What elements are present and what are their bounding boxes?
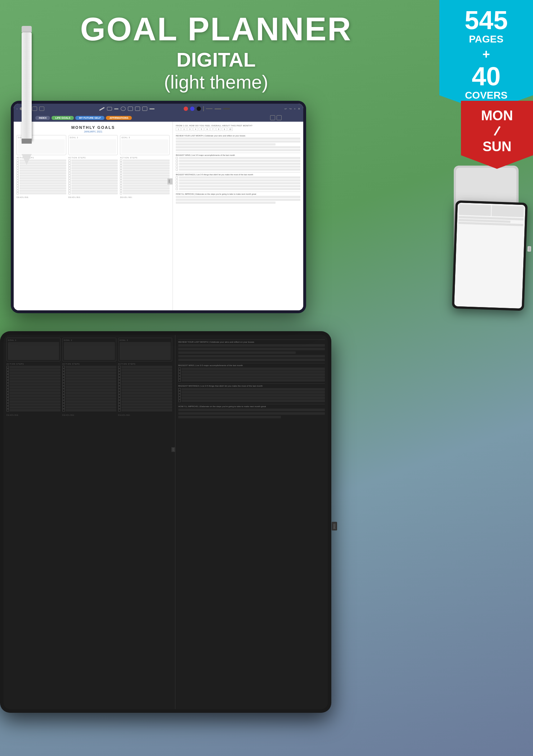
checkbox[interactable]	[68, 180, 71, 182]
dark-checkbox[interactable]	[6, 383, 9, 386]
feel-num-9[interactable]: 9	[222, 127, 227, 131]
dark-checkbox[interactable]	[6, 406, 9, 409]
feel-num-7[interactable]: 7	[210, 127, 215, 131]
checkbox[interactable]	[120, 192, 122, 194]
feel-num-3[interactable]: 3	[187, 127, 192, 131]
checkbox[interactable]	[120, 172, 122, 174]
checkbox[interactable]	[120, 167, 122, 169]
checkbox[interactable]	[120, 165, 122, 167]
dark-checkbox[interactable]	[6, 369, 9, 371]
dark-checkbox[interactable]	[6, 374, 9, 377]
image-tool-icon[interactable]	[135, 107, 140, 111]
checkbox[interactable]	[68, 177, 71, 179]
dark-checkbox[interactable]	[62, 409, 65, 411]
checkbox[interactable]	[68, 162, 71, 164]
checkbox[interactable]	[120, 190, 122, 192]
color-black-button[interactable]	[197, 107, 201, 111]
dark-checkbox[interactable]	[118, 406, 121, 409]
win-checkbox-2[interactable]	[176, 160, 178, 162]
checkbox[interactable]	[120, 159, 122, 162]
checkbox[interactable]	[17, 180, 19, 182]
checkbox[interactable]	[17, 185, 19, 187]
checkbox[interactable]	[17, 167, 19, 169]
line-thin-option[interactable]	[206, 108, 212, 109]
checkbox[interactable]	[68, 187, 71, 189]
color-red-button[interactable]	[184, 107, 188, 111]
tab-index[interactable]: INDEX	[35, 116, 50, 120]
dark-checkbox[interactable]	[62, 397, 65, 400]
dark-checkbox[interactable]	[6, 377, 9, 380]
dark-checkbox[interactable]	[62, 392, 65, 394]
shape-tool-icon[interactable]	[121, 107, 126, 111]
dark-checkbox[interactable]	[62, 389, 65, 391]
dark-checkbox[interactable]	[62, 403, 65, 406]
dark-checkbox[interactable]	[118, 383, 121, 386]
checkbox[interactable]	[120, 177, 122, 179]
dark-checkbox[interactable]	[118, 395, 121, 397]
dark-checkbox[interactable]	[62, 383, 65, 386]
dark-checkbox[interactable]	[118, 389, 121, 391]
win-checkbox-5[interactable]	[176, 168, 178, 171]
dark-checkbox[interactable]	[6, 397, 9, 400]
dark-checkbox[interactable]	[118, 400, 121, 403]
eraser-tool-icon[interactable]	[107, 107, 112, 111]
dark-checkbox[interactable]	[118, 397, 121, 400]
checkbox[interactable]	[120, 180, 122, 182]
checkbox[interactable]	[68, 175, 71, 177]
dark-checkbox[interactable]	[118, 392, 121, 394]
tab-life-goals[interactable]: LIFE GOALS	[51, 116, 74, 120]
view-icon[interactable]	[270, 115, 275, 120]
text-tool-icon[interactable]	[128, 107, 133, 111]
dark-checkbox[interactable]	[62, 386, 65, 388]
dark-checkbox[interactable]	[6, 400, 9, 403]
dark-checkbox[interactable]	[62, 374, 65, 377]
checkbox[interactable]	[17, 182, 19, 184]
dark-win-checkbox-5[interactable]	[178, 379, 181, 382]
dark-checkbox[interactable]	[118, 403, 121, 406]
dark-checkbox[interactable]	[6, 380, 9, 383]
dark-checkbox[interactable]	[118, 409, 121, 411]
feel-num-4[interactable]: 4	[193, 127, 198, 131]
feel-num-1[interactable]: 1	[176, 127, 181, 131]
dark-checkbox[interactable]	[118, 374, 121, 377]
dark-checkbox[interactable]	[6, 366, 9, 368]
dark-mistake-checkbox-3[interactable]	[178, 394, 181, 396]
feel-num-6[interactable]: 6	[205, 127, 210, 131]
dark-checkbox[interactable]	[6, 386, 9, 388]
dark-checkbox[interactable]	[118, 366, 121, 368]
feel-num-5[interactable]: 5	[199, 127, 204, 131]
redo-icon[interactable]: ↪	[289, 107, 292, 111]
crop-tool-icon[interactable]	[142, 107, 147, 111]
dark-checkbox[interactable]	[118, 380, 121, 383]
dark-mistake-checkbox-2[interactable]	[178, 391, 181, 393]
checkbox[interactable]	[68, 165, 71, 167]
dark-checkbox[interactable]	[118, 372, 121, 374]
checkbox[interactable]	[120, 187, 122, 189]
checkbox[interactable]	[68, 190, 71, 192]
dark-checkbox[interactable]	[118, 386, 121, 388]
checkbox[interactable]	[17, 162, 19, 164]
draw-tool-icon[interactable]	[149, 108, 154, 109]
checkbox[interactable]	[17, 165, 19, 167]
feel-num-10[interactable]: 10	[228, 127, 233, 131]
dark-checkbox[interactable]	[118, 377, 121, 380]
win-checkbox-3[interactable]	[176, 163, 178, 165]
checkbox[interactable]	[120, 170, 122, 172]
checkbox[interactable]	[68, 170, 71, 172]
feel-num-8[interactable]: 8	[216, 127, 221, 131]
color-blue-button[interactable]	[190, 107, 194, 111]
line-tool-icon[interactable]	[114, 108, 118, 109]
checkbox[interactable]	[17, 190, 19, 192]
checkbox[interactable]	[68, 167, 71, 169]
checkbox[interactable]	[17, 172, 19, 174]
undo-icon[interactable]: ↩	[285, 107, 287, 111]
checkbox[interactable]	[68, 182, 71, 184]
checkbox[interactable]	[68, 172, 71, 174]
dark-checkbox[interactable]	[62, 366, 65, 368]
checkbox[interactable]	[120, 175, 122, 177]
checkbox[interactable]	[17, 192, 19, 194]
close-icon[interactable]: ✕	[298, 107, 300, 111]
dark-checkbox[interactable]	[62, 377, 65, 380]
dark-checkbox[interactable]	[62, 369, 65, 371]
mistake-checkbox-4[interactable]	[176, 185, 178, 187]
